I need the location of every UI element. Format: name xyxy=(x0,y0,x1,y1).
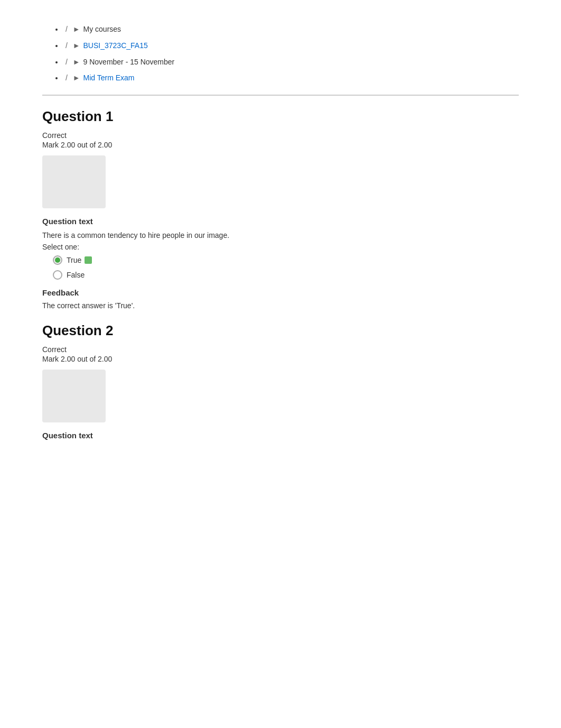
breadcrumb-separator: / xyxy=(66,58,68,66)
breadcrumb-item-week: / ► 9 November - 15 November xyxy=(63,54,519,70)
question-2-title: Question 2 xyxy=(42,322,519,339)
breadcrumb-mycourses-label: My courses xyxy=(83,25,121,33)
question-1-feedback-label: Feedback xyxy=(42,288,519,297)
question-2-mark: Mark 2.00 out of 2.00 xyxy=(42,355,519,363)
question-2-status: Correct xyxy=(42,345,519,354)
breadcrumb-separator: / xyxy=(66,25,68,33)
question-1-body: There is a common tendency to hire peopl… xyxy=(42,231,519,239)
question-1-feedback: Feedback The correct answer is 'True'. xyxy=(42,288,519,310)
question-2-section: Question 2 Correct Mark 2.00 out of 2.00… xyxy=(42,322,519,440)
breadcrumb-separator: / xyxy=(66,73,68,82)
breadcrumb-item-exam: / ► Mid Term Exam xyxy=(63,70,519,86)
breadcrumb-week-label: 9 November - 15 November xyxy=(83,58,175,66)
breadcrumb-list: / ► My courses / ► BUSI_3723C_FA15 / ► 9… xyxy=(42,21,519,96)
breadcrumb-arrow: ► xyxy=(73,58,82,66)
answer-true-label: True xyxy=(67,256,81,264)
radio-false xyxy=(53,270,62,280)
breadcrumb-item-course: / ► BUSI_3723C_FA15 xyxy=(63,38,519,54)
breadcrumb-exam-link[interactable]: Mid Term Exam xyxy=(83,73,135,82)
correct-indicator-true xyxy=(85,256,92,264)
question-1-select-label: Select one: xyxy=(42,243,519,251)
breadcrumb-course-link[interactable]: BUSI_3723C_FA15 xyxy=(83,41,148,50)
question-1-feedback-text: The correct answer is 'True'. xyxy=(42,301,519,310)
breadcrumb-item-mycourses: / ► My courses xyxy=(63,21,519,38)
answer-false-label: False xyxy=(67,271,85,279)
breadcrumb-arrow: ► xyxy=(73,73,82,82)
radio-true xyxy=(53,255,62,265)
answer-option-false: False xyxy=(53,270,519,280)
question-1-options: True False xyxy=(53,255,519,280)
question-1-image xyxy=(42,155,106,208)
question-2-text-label: Question text xyxy=(42,431,519,440)
breadcrumb-arrow: ► xyxy=(73,41,82,50)
breadcrumb-separator: / xyxy=(66,41,68,50)
question-1-status: Correct xyxy=(42,131,519,140)
question-1-text-label: Question text xyxy=(42,217,519,226)
question-1-mark: Mark 2.00 out of 2.00 xyxy=(42,141,519,149)
question-1-title: Question 1 xyxy=(42,108,519,125)
answer-option-true: True xyxy=(53,255,519,265)
question-1-section: Question 1 Correct Mark 2.00 out of 2.00… xyxy=(42,108,519,310)
radio-inner-true xyxy=(55,257,60,263)
question-2-image xyxy=(42,370,106,422)
breadcrumb-arrow: ► xyxy=(73,25,82,33)
